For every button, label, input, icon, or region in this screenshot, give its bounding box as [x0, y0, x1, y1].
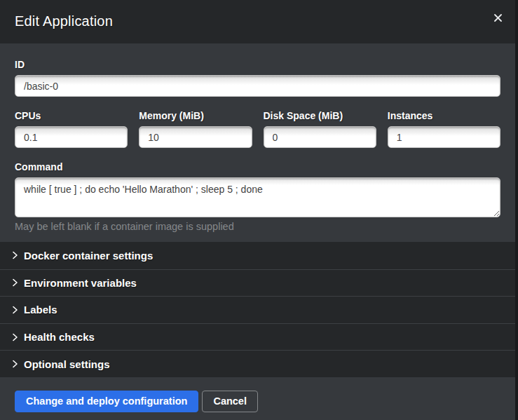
instances-label: Instances — [388, 110, 500, 121]
command-textarea[interactable]: while [ true ] ; do echo 'Hello Marathon… — [15, 177, 500, 217]
instances-input[interactable] — [388, 126, 500, 148]
chevron-right-icon — [12, 306, 18, 314]
section-docker-container-settings[interactable]: Docker container settings — [0, 242, 515, 269]
cpus-input[interactable] — [15, 126, 128, 148]
command-label: Command — [15, 161, 500, 172]
memory-label: Memory (MiB) — [139, 110, 252, 121]
cancel-button[interactable]: Cancel — [202, 391, 258, 412]
cpus-label: CPUs — [15, 110, 128, 121]
disk-space-field-group: Disk Space (MiB) — [264, 110, 376, 148]
section-environment-variables[interactable]: Environment variables — [0, 269, 515, 297]
chevron-right-icon — [12, 278, 18, 287]
modal-header: Edit Application — [0, 0, 515, 43]
command-help-text: May be left blank if a container image i… — [15, 221, 500, 232]
chevron-right-icon — [12, 360, 18, 368]
section-label: Health checks — [24, 331, 95, 343]
section-labels[interactable]: Labels — [0, 296, 515, 323]
collapsible-sections: Docker container settings Environment va… — [0, 242, 515, 377]
memory-input[interactable] — [139, 126, 252, 148]
edit-application-modal: Edit Application ID CPUs Memory (MiB) — [0, 0, 515, 420]
instances-field-group: Instances — [388, 110, 500, 148]
modal-title: Edit Application — [15, 13, 500, 29]
application-form: ID CPUs Memory (MiB) Disk Space (MiB) In… — [0, 43, 515, 242]
section-label: Optional settings — [24, 358, 110, 370]
resource-fields-row: CPUs Memory (MiB) Disk Space (MiB) Insta… — [15, 110, 500, 148]
change-and-deploy-button[interactable]: Change and deploy configuration — [15, 391, 198, 412]
section-label: Environment variables — [24, 277, 137, 289]
close-button[interactable] — [490, 10, 505, 25]
modal-footer: Change and deploy configuration Cancel — [0, 377, 515, 420]
command-field-group: Command while [ true ] ; do echo 'Hello … — [15, 161, 500, 232]
close-icon — [494, 14, 502, 22]
id-label: ID — [15, 59, 500, 70]
section-optional-settings[interactable]: Optional settings — [0, 350, 515, 377]
disk-space-label: Disk Space (MiB) — [264, 110, 376, 121]
disk-space-input[interactable] — [264, 126, 376, 148]
section-label: Labels — [24, 304, 57, 316]
cpus-field-group: CPUs — [15, 110, 128, 148]
chevron-right-icon — [12, 333, 18, 341]
section-health-checks[interactable]: Health checks — [0, 323, 515, 351]
memory-field-group: Memory (MiB) — [139, 110, 252, 148]
id-input[interactable] — [15, 75, 500, 97]
id-field-group: ID — [15, 59, 500, 97]
section-label: Docker container settings — [24, 250, 153, 262]
chevron-right-icon — [12, 251, 18, 259]
